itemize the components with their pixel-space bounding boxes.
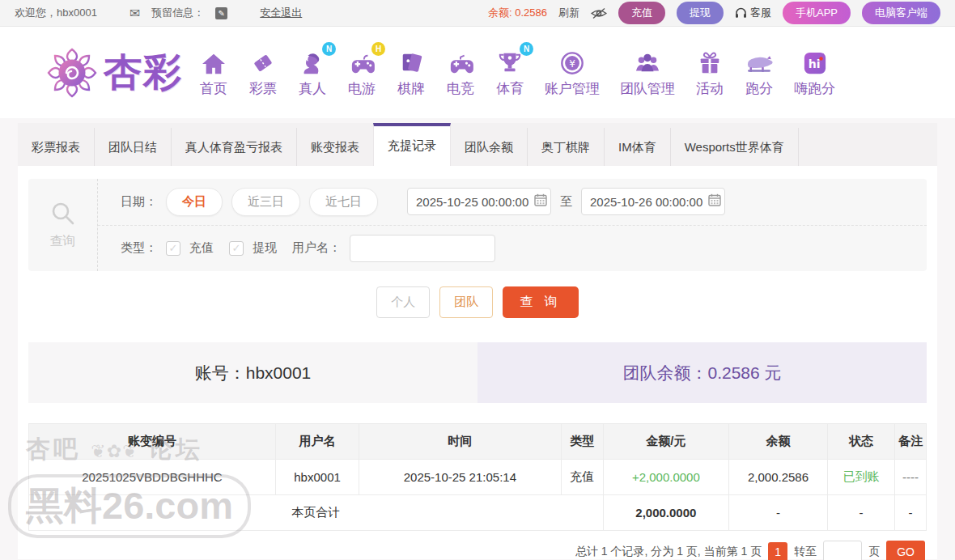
tab-deposit-withdraw-records[interactable]: 充提记录: [373, 123, 451, 166]
tab-account-change[interactable]: 账变报表: [297, 128, 374, 166]
reserved-info-label: 预留信息：: [151, 6, 204, 20]
welcome-text: 欢迎您，hbx0001: [15, 6, 97, 20]
cell-time: 2025-10-25 21:05:14: [359, 460, 562, 495]
nav-label: 账户管理: [545, 79, 600, 98]
nav-label: 体育: [496, 79, 524, 98]
logo-flower-icon: [45, 46, 99, 100]
table-header-row: 账变编号 用户名 时间 类型 金额/元 余额 状态 备注: [29, 424, 927, 460]
page-unit-label: 页: [868, 545, 880, 559]
tab-lottery-report[interactable]: 彩票报表: [18, 128, 95, 166]
summary-remark: -: [895, 495, 927, 531]
table-summary-row: 本页合计 2,000.0000 - - -: [29, 495, 927, 531]
nav-item-home[interactable]: 首页: [199, 48, 228, 98]
logo-text: 杏彩: [104, 47, 183, 98]
svg-text:¥: ¥: [569, 57, 575, 69]
eye-off-icon[interactable]: [591, 7, 607, 19]
preset-3days-button[interactable]: 近三日: [231, 188, 300, 216]
col-balance: 余额: [728, 424, 827, 460]
date-to-field[interactable]: [581, 188, 725, 215]
nav-item-egames[interactable]: H 电游: [347, 48, 376, 98]
tab-wesports[interactable]: Wesports世界体育: [671, 128, 799, 166]
headset-icon: [735, 7, 747, 19]
envelope-icon[interactable]: ✉: [129, 6, 140, 21]
customer-service-label: 客服: [750, 6, 771, 20]
tab-im-sports[interactable]: IM体育: [605, 128, 671, 166]
nav-item-cards[interactable]: 棋牌: [397, 48, 426, 98]
nav-label: 活动: [696, 79, 724, 98]
tab-aoding-cards[interactable]: 奥丁棋牌: [528, 128, 605, 166]
date-to-input[interactable]: [590, 195, 703, 209]
nav-item-lottery[interactable]: 彩票: [248, 48, 278, 98]
search-button[interactable]: 查 询: [503, 286, 578, 318]
col-status: 状态: [827, 424, 894, 460]
tab-team-daily[interactable]: 团队日结: [95, 128, 172, 166]
gamepad-icon: H: [347, 48, 376, 75]
deposit-checkbox[interactable]: ✓: [166, 241, 180, 256]
date-filter-row: 日期： 今日 近三日 近七日 至: [98, 179, 927, 225]
tab-team-balance[interactable]: 团队余额: [451, 128, 528, 166]
col-remark: 备注: [895, 424, 927, 460]
nav-item-hi-paofen[interactable]: hi 嗨跑分: [794, 48, 835, 98]
date-from-field[interactable]: [407, 188, 551, 215]
withdraw-button[interactable]: 提现: [677, 2, 724, 24]
customer-service-link[interactable]: 客服: [735, 6, 771, 20]
cell-remark: ----: [895, 460, 927, 495]
report-tabbar: 彩票报表 团队日结 真人体育盈亏报表 账变报表 充提记录 团队余额 奥丁棋牌 I…: [18, 123, 937, 166]
team-balance: 团队余额：0.2586 元: [478, 342, 927, 403]
nav-label: 团队管理: [620, 79, 675, 98]
col-type: 类型: [561, 424, 603, 460]
mobile-app-button[interactable]: 手机APP: [783, 2, 851, 24]
nav-label: 真人: [299, 79, 326, 98]
site-logo[interactable]: 杏彩: [45, 46, 183, 100]
cell-change-id: 20251025VBDDBGHHHC: [29, 460, 276, 495]
tab-live-sports-pl[interactable]: 真人体育盈亏报表: [172, 128, 297, 166]
nav-item-esports[interactable]: 电竞: [446, 48, 475, 98]
page-number-button[interactable]: 1: [768, 542, 787, 560]
col-time: 时间: [359, 424, 562, 460]
filter-side-label: 查询: [50, 233, 76, 250]
goto-page-input[interactable]: [823, 541, 862, 560]
nav-item-sports[interactable]: N 体育: [495, 48, 524, 98]
pc-client-button[interactable]: 电脑客户端: [862, 2, 940, 24]
deposit-button[interactable]: 充值: [618, 2, 665, 24]
refresh-link[interactable]: 刷新: [558, 6, 579, 20]
pagination-summary: 总计 1 个记录, 分为 1 页, 当前第 1 页: [575, 545, 762, 559]
nav-item-account-mgmt[interactable]: ¥ 账户管理: [545, 48, 600, 98]
col-username: 用户名: [275, 424, 359, 460]
nav-label: 跑分: [745, 79, 773, 98]
nav-label: 电竞: [447, 79, 474, 98]
date-from-input[interactable]: [416, 195, 529, 209]
tab-content: 查询 日期： 今日 近三日 近七日 至: [18, 166, 937, 559]
cell-status: 已到账: [827, 460, 894, 495]
goto-label: 转至: [794, 545, 817, 559]
actions-row: 个人 团队 查 询: [28, 286, 927, 318]
preset-7days-button[interactable]: 近七日: [309, 188, 378, 216]
calendar-icon[interactable]: [708, 193, 721, 210]
home-icon: [199, 48, 228, 75]
badge-n: N: [322, 42, 336, 56]
personal-button[interactable]: 个人: [376, 286, 430, 318]
trophy-icon: N: [495, 48, 524, 75]
balance-value: 0.2586: [515, 6, 547, 19]
nav-item-paofen[interactable]: 跑分: [745, 48, 774, 98]
withdraw-checkbox[interactable]: ✓: [229, 241, 244, 256]
main-nav: 首页 彩票 N 真人 H 电游 棋牌: [199, 48, 835, 98]
nav-item-live[interactable]: N 真人: [298, 48, 327, 98]
topbar: 欢迎您，hbx0001 ✉ 预留信息： ✎ 安全退出 余额: 0.2586 刷新…: [0, 0, 955, 27]
nav-item-promotions[interactable]: 活动: [695, 48, 724, 98]
badge-h: H: [371, 42, 385, 56]
calendar-icon[interactable]: [534, 193, 547, 210]
type-label: 类型：: [121, 240, 157, 256]
preset-today-button[interactable]: 今日: [166, 188, 223, 216]
edit-icon[interactable]: ✎: [215, 7, 227, 19]
team-people-icon: [633, 48, 662, 75]
username-input[interactable]: [350, 235, 495, 262]
logout-link[interactable]: 安全退出: [260, 6, 302, 20]
team-button[interactable]: 团队: [439, 286, 493, 318]
type-filter-row: 类型： ✓ 充值 ✓ 提现 用户名：: [98, 225, 927, 272]
nav-item-team-mgmt[interactable]: 团队管理: [620, 48, 675, 98]
go-button[interactable]: GO: [886, 541, 925, 560]
playing-cards-icon: [397, 48, 426, 75]
cell-balance: 2,000.2586: [728, 460, 827, 495]
table-row: 20251025VBDDBGHHHC hbx0001 2025-10-25 21…: [29, 460, 927, 495]
